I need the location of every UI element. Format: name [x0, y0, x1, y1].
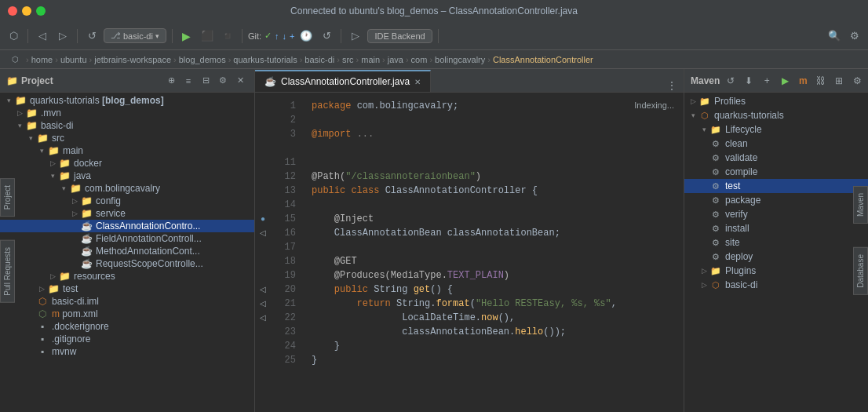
breadcrumb-com[interactable]: com [411, 55, 428, 64]
breadcrumb-src[interactable]: src [342, 55, 354, 64]
breadcrumb-main[interactable]: main [361, 55, 380, 64]
editor-tab-class[interactable]: ☕ ClassAnnotationController.java ✕ [255, 70, 431, 92]
clock-icon[interactable]: 🕐 [297, 27, 315, 45]
tree-item-config[interactable]: ▷ 📁 config [0, 195, 254, 207]
breadcrumb-class[interactable]: ClassAnnotationController [493, 55, 593, 64]
close-panel-icon[interactable]: ✕ [232, 73, 248, 89]
tree-item-dockerignore[interactable]: ▪ .dockerignore [0, 320, 254, 333]
breadcrumb-blog-demos[interactable]: blog_demos [179, 55, 226, 64]
maven-item-validate[interactable]: ⚙ validate [684, 151, 868, 165]
tree-item-com-boling[interactable]: ▾ 📁 com.bolingcavalry [0, 182, 254, 195]
breadcrumb-ubuntu[interactable]: ubuntu [60, 55, 87, 64]
maven-item-site[interactable]: ⚙ site [684, 235, 868, 250]
branch-selector[interactable]: ⎇ basic-di ▾ [104, 28, 166, 43]
maven-item-profiles[interactable]: ▷ 📁 Profiles [684, 94, 868, 108]
close-button[interactable] [8, 6, 17, 16]
forward-button[interactable]: ▷ [54, 27, 71, 45]
tree-item-resources[interactable]: ▷ 📁 resources [0, 270, 254, 283]
stop-button[interactable]: ◾ [219, 27, 236, 45]
tree-label-gitignore: .gitignore [52, 334, 90, 345]
maven-expand-icon[interactable]: ⊞ [831, 73, 847, 89]
tree-item-iml[interactable]: ⬡ basic-di.iml [0, 295, 254, 308]
tree-item-service[interactable]: ▷ 📁 service [0, 207, 254, 220]
tree-item-gitignore[interactable]: ▪ .gitignore [0, 333, 254, 345]
maven-run-icon[interactable]: ▶ [777, 73, 793, 89]
tree-item-java[interactable]: ▾ 📁 java [0, 170, 254, 182]
side-tab-pull-requests[interactable]: Pull Requests [0, 240, 15, 303]
maven-label-install: install [725, 223, 749, 234]
maven-item-lifecycle[interactable]: ▾ 📁 Lifecycle [684, 122, 868, 137]
maven-settings-icon[interactable]: ⚙ [849, 73, 865, 89]
maven-add-icon[interactable]: + [759, 73, 775, 89]
maven-item-plugins[interactable]: ▷ 📁 Plugins [684, 264, 868, 278]
side-tab-maven[interactable]: Maven [853, 186, 868, 224]
maven-refresh-icon[interactable]: ↺ [723, 73, 739, 89]
code-line-blank [312, 141, 674, 155]
maven-m-icon[interactable]: m [795, 73, 811, 89]
tree-item-src[interactable]: ▾ 📁 src [0, 132, 254, 144]
tree-item-mvn[interactable]: ▷ 📁 .mvn [0, 107, 254, 119]
filter-icon[interactable]: ≡ [181, 73, 196, 89]
maven-item-quarkus[interactable]: ▾ ⬡ quarkus-tutorials [684, 108, 868, 122]
add-icon[interactable]: ⊕ [163, 73, 179, 89]
breadcrumb-workspace[interactable]: jetbrains-workspace [94, 55, 171, 64]
maven-link-icon[interactable]: ⛓ [813, 73, 829, 89]
tree-item-basic-di[interactable]: ▾ 📁 basic-di [0, 119, 254, 132]
debug-button[interactable]: ⬛ [199, 27, 216, 45]
tree-item-request-scope[interactable]: ☕ RequestScopeControlle... [0, 257, 254, 270]
ide-backend-pill[interactable]: IDE Backend [367, 29, 432, 43]
git-add-icon[interactable]: + [290, 31, 294, 41]
maven-item-verify[interactable]: ⚙ verify [684, 207, 868, 221]
chevron-down-icon: ▾ [155, 32, 159, 40]
code-line-24: } [312, 339, 674, 353]
maven-item-install[interactable]: ⚙ install [684, 221, 868, 235]
minimize-button[interactable] [22, 6, 31, 16]
side-tab-database[interactable]: Database [853, 247, 868, 295]
tree-item-quarkus[interactable]: ▾ 📁 quarkus-tutorials [blog_demos] [0, 94, 254, 107]
breadcrumb-basic-di[interactable]: basic-di [305, 55, 334, 64]
collapse-icon[interactable]: ⊟ [198, 73, 213, 89]
maven-item-package[interactable]: ⚙ package [684, 193, 868, 207]
maven-item-clean[interactable]: ⚙ clean [684, 137, 868, 151]
maven-item-deploy[interactable]: ⚙ deploy [684, 250, 868, 264]
tree-item-test[interactable]: ▷ 📁 test [0, 283, 254, 295]
maximize-button[interactable] [36, 6, 46, 16]
git-up-icon[interactable]: ↑ [275, 31, 279, 41]
tree-item-method-annotation[interactable]: ☕ MethodAnnotationCont... [0, 245, 254, 257]
tree-item-pom[interactable]: ⬡ m pom.xml [0, 308, 254, 320]
maven-label-site: site [725, 237, 740, 248]
run-button[interactable]: ▶ [178, 27, 195, 45]
arrow-plugins: ▷ [698, 267, 709, 275]
tree-item-field-annotation[interactable]: ☕ FieldAnnotationControll... [0, 232, 254, 245]
breadcrumb-home[interactable]: home [31, 55, 53, 64]
git-check-icon[interactable]: ✓ [264, 31, 272, 41]
tree-item-docker[interactable]: ▷ 📁 docker [0, 157, 254, 170]
git-down-icon[interactable]: ↓ [283, 31, 287, 41]
tab-close-button[interactable]: ✕ [414, 78, 421, 86]
play-icon[interactable]: ▷ [347, 27, 364, 45]
maven-item-test[interactable]: ⚙ test [684, 179, 868, 193]
maven-panel-title: Maven [691, 75, 720, 86]
refresh-icon[interactable]: ↺ [83, 27, 100, 45]
side-tab-project[interactable]: Project [0, 178, 15, 217]
code-line-12: @Path("/classannoteraionbean") [312, 170, 674, 184]
settings-icon[interactable]: ⚙ [215, 73, 231, 89]
settings-icon[interactable]: ⚙ [846, 27, 863, 45]
undo-icon[interactable]: ↺ [318, 27, 335, 45]
code-content[interactable]: package com.bolingcavalry; @import ... @… [302, 93, 684, 412]
tree-label-test: test [63, 283, 78, 294]
back-button[interactable]: ◁ [34, 27, 51, 45]
search-icon[interactable]: 🔍 [826, 27, 843, 45]
maven-download-icon[interactable]: ⬇ [741, 73, 757, 89]
maven-item-basic-di[interactable]: ▷ ⬡ basic-di [684, 278, 868, 292]
tab-more-button[interactable]: ⋮ [660, 79, 684, 92]
maven-item-compile[interactable]: ⚙ compile [684, 165, 868, 179]
breadcrumb-java[interactable]: java [388, 55, 403, 64]
breadcrumb-quarkus[interactable]: quarkus-tutorials [233, 55, 297, 64]
tree-item-class-annotation[interactable]: ☕ ClassAnnotationContro... [0, 220, 254, 232]
tree-item-main[interactable]: ▾ 📁 main [0, 144, 254, 157]
code-editor[interactable]: ● ◁ ◁ ◁ ◁ 1 2 3 11 12 13 14 15 16 17 [255, 93, 684, 412]
ide-backend-icon[interactable]: ⬡ [5, 27, 22, 45]
breadcrumb-bolingcavalry[interactable]: bolingcavalry [435, 55, 485, 64]
tree-item-mvnw[interactable]: ▪ mvnw [0, 345, 254, 358]
